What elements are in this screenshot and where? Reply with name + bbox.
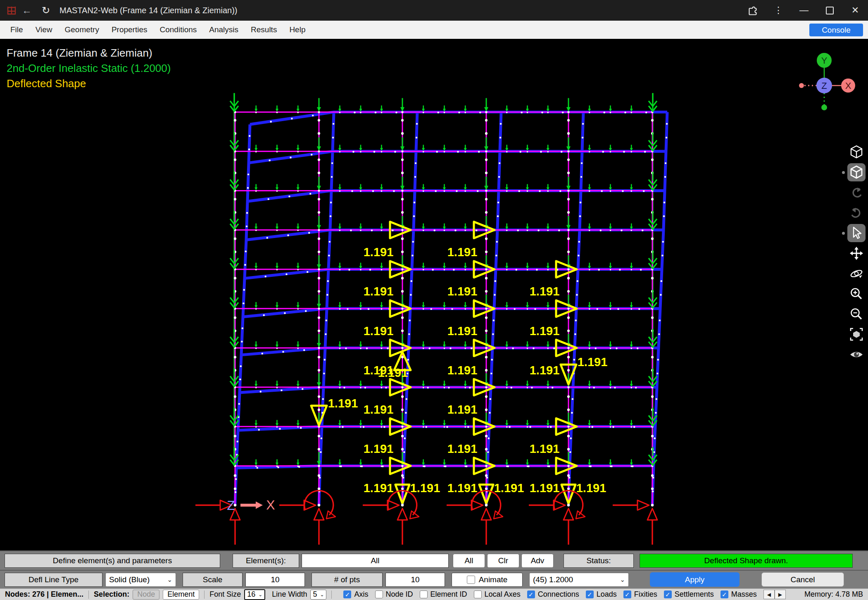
zoom-fit-icon[interactable] [847,325,866,343]
checkbox-icon[interactable]: ✓ [586,590,594,598]
num-points-input[interactable]: 10 [385,573,445,587]
undo-icon[interactable] [847,183,866,202]
toggle-local-axes[interactable]: Local Axes [474,590,521,599]
checkbox-icon[interactable]: ✓ [623,590,631,598]
menu-item-file[interactable]: File [4,21,29,39]
extensions-icon[interactable] [740,0,766,21]
title-bar: ← ↻ MASTAN2-Web (Frame 14 (Ziemian & Zie… [0,0,868,21]
toggle-fixities[interactable]: ✓Fixities [623,590,657,599]
select-node-button[interactable]: Node [133,590,159,600]
orbit-icon[interactable] [847,264,866,283]
zoom-in-icon[interactable] [847,285,866,303]
gizmo-y-label: Y [821,55,828,66]
toggle-axis[interactable]: ✓Axis [343,590,368,599]
checkbox-icon[interactable]: ✓ [664,590,672,598]
svg-text:1.191: 1.191 [364,481,394,495]
line-width-select[interactable]: 5⌄ [310,590,326,600]
line-width-label: Line Width [272,590,307,599]
toggle-masses[interactable]: ✓Masses [721,590,757,599]
animate-toggle[interactable]: Animate [452,573,523,587]
view-cube-wireframe-icon[interactable] [847,143,866,161]
svg-text:1.191: 1.191 [447,324,478,338]
menu-item-view[interactable]: View [29,21,59,39]
zoom-out-icon[interactable] [847,305,866,323]
menu-bar: FileViewGeometryPropertiesConditionsAnal… [0,21,868,39]
num-points-button[interactable]: # of pts [312,573,383,587]
font-size-select[interactable]: 16⌄ [244,589,265,600]
chevron-down-icon: ⌄ [320,592,324,598]
elements-input[interactable]: All [302,554,449,568]
select-cursor-icon[interactable] [847,224,866,242]
checkbox-icon[interactable]: ✓ [527,590,535,598]
console-button[interactable]: Console [809,24,863,36]
maximize-icon[interactable] [817,0,842,21]
toggle-settlements[interactable]: ✓Settlements [664,590,714,599]
toggle-label: Element ID [430,590,467,599]
toggle-element-id[interactable]: Element ID [420,590,467,599]
menu-item-conditions[interactable]: Conditions [154,21,203,39]
model-canvas[interactable]: 1.1911.1911.1911.1911.1911.1911.1911.191… [0,39,868,550]
menu-item-results[interactable]: Results [245,21,283,39]
view-orientation-gizmo[interactable]: Y X Z [783,45,859,117]
svg-text:1.191: 1.191 [447,285,478,298]
refresh-icon[interactable]: ↻ [36,5,55,16]
defl-line-type-button[interactable]: Defl Line Type [5,573,102,587]
menu-item-geometry[interactable]: Geometry [58,21,105,39]
menu-item-analysis[interactable]: Analysis [203,21,245,39]
menu-item-help[interactable]: Help [283,21,312,39]
app-window: ← ↻ MASTAN2-Web (Frame 14 (Ziemian & Zie… [0,0,868,600]
advanced-button[interactable]: Adv [521,554,554,568]
svg-text:1.191: 1.191 [530,324,560,338]
minimize-icon[interactable]: — [791,0,817,21]
memory-indicator: Memory: 4.78 MB [804,590,863,599]
checkbox-icon[interactable] [420,590,428,598]
checkbox-icon[interactable]: ✓ [721,590,728,598]
animate-checkbox[interactable] [467,576,475,584]
svg-text:1.191: 1.191 [447,364,478,377]
apply-button[interactable]: Apply [650,572,740,587]
toggle-node-id[interactable]: Node ID [375,590,413,599]
svg-text:1.191: 1.191 [447,403,478,416]
pan-icon[interactable] [847,244,866,262]
gizmo-minus-y-dot[interactable] [821,105,827,110]
gizmo-minus-x-dot[interactable] [799,83,804,88]
display-controls-row: Defl Line Type Solid (Blue)⌄ Scale 10 # … [0,570,868,588]
redo-icon[interactable] [847,204,866,222]
checkbox-icon[interactable]: ✓ [343,590,351,598]
select-element-button[interactable]: Element [163,590,199,600]
svg-text:1.191: 1.191 [530,364,560,377]
pager-prev-button[interactable]: ◀ [763,590,775,599]
define-elements-button[interactable]: Define element(s) and parameters [5,554,220,568]
model-svg: 1.1911.1911.1911.1911.1911.1911.1911.191… [0,39,868,550]
svg-text:1.191: 1.191 [530,285,560,298]
svg-text:1.191: 1.191 [378,366,408,379]
scale-input[interactable]: 10 [245,573,305,587]
svg-text:1.191: 1.191 [364,245,394,259]
line-type-select[interactable]: Solid (Blue)⌄ [105,573,176,587]
view-cube-solid-icon[interactable] [847,163,866,181]
scale-button[interactable]: Scale [183,573,243,587]
svg-text:1.191: 1.191 [447,481,478,495]
chevron-down-icon: ⌄ [258,592,262,598]
checkbox-icon[interactable] [474,590,482,598]
browser-menu-icon[interactable]: ⋮ [766,0,791,21]
svg-text:1.191: 1.191 [576,481,606,495]
pager-next-button[interactable]: ▶ [775,590,786,599]
app-logo-icon [6,5,17,16]
toggle-loads[interactable]: ✓Loads [586,590,617,599]
select-all-button[interactable]: All [453,554,485,568]
back-icon[interactable]: ← [17,5,36,16]
toggle-label: Local Axes [485,590,521,599]
load-case-select[interactable]: (45) 1.2000⌄ [529,573,629,587]
checkbox-icon[interactable] [375,590,383,598]
line-type-value: Solid (Blue) [109,575,150,584]
toggle-connections[interactable]: ✓Connections [527,590,579,599]
clear-button[interactable]: Clr [487,554,519,568]
close-icon[interactable]: ✕ [842,0,868,21]
font-size-label: Font Size [209,590,241,599]
svg-text:1.191: 1.191 [364,403,394,416]
menu-item-properties[interactable]: Properties [105,21,154,39]
visibility-icon[interactable] [847,345,866,364]
svg-text:Z: Z [227,498,235,513]
cancel-button[interactable]: Cancel [761,572,844,587]
